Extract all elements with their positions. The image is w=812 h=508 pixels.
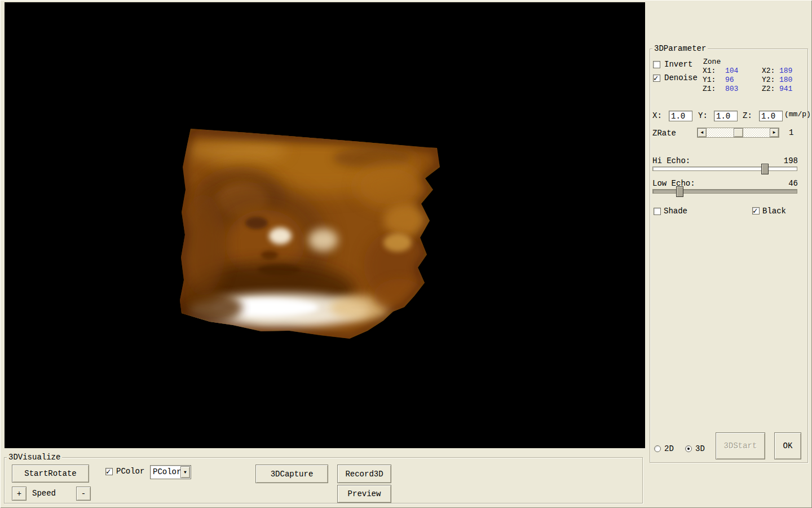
speed-minus-button[interactable]: - (76, 487, 91, 501)
dropdown-arrow-icon[interactable]: ▼ (180, 466, 190, 478)
zrate-scrollbar-thumb[interactable] (734, 128, 743, 137)
x-scale-input[interactable] (669, 111, 692, 121)
zone-x2-label: X2: (762, 67, 775, 76)
mode-3d-label: 3D (695, 444, 705, 453)
x-scale-label: X: (652, 111, 662, 120)
hi-echo-slider-thumb[interactable] (761, 164, 769, 174)
denoise-checkbox[interactable] (653, 75, 660, 82)
zone-z2-value: 941 (779, 85, 792, 94)
zone-z1-label: Z1: (703, 85, 716, 94)
zrate-value: 1 (789, 128, 793, 137)
hi-echo-label: Hi Echo: (652, 156, 690, 165)
speed-label: Speed (32, 489, 56, 498)
3dstart-button[interactable]: 3DStart (716, 432, 765, 459)
render-viewport[interactable] (5, 2, 645, 448)
y-scale-label: Y: (698, 111, 708, 120)
3dcapture-button[interactable]: 3DCapture (255, 465, 328, 483)
zrate-label: ZRate (652, 129, 676, 138)
zrate-scrollbar[interactable]: ◄ ► (697, 128, 779, 138)
pcolor-dropdown[interactable]: PColor ▼ (150, 465, 191, 479)
ok-button[interactable]: OK (774, 432, 801, 459)
denoise-label: Denoise (664, 73, 698, 82)
low-echo-slider-track[interactable] (652, 189, 797, 194)
parameter-panel: 3DParameter Invert Denoise Zone X1: 104 … (646, 0, 812, 508)
low-echo-label: Low Echo: (652, 179, 695, 188)
record3d-button[interactable]: Record3D (337, 465, 391, 483)
zone-title: Zone (703, 58, 721, 67)
mode-2d-radio[interactable] (654, 445, 661, 452)
ultrasound-render (5, 2, 645, 448)
invert-label: Invert (664, 60, 692, 69)
parameter-groupbox: 3DParameter Invert Denoise Zone X1: 104 … (650, 49, 808, 463)
mode-3d-radio[interactable] (685, 445, 692, 452)
z-scale-label: Z: (743, 111, 752, 120)
start-rotate-button[interactable]: StartRotate (12, 465, 89, 483)
preview-button[interactable]: Preview (337, 485, 391, 503)
invert-checkbox[interactable] (653, 61, 660, 68)
speed-plus-button[interactable]: + (12, 487, 27, 501)
zone-x1-label: X1: (703, 67, 716, 76)
black-label: Black (762, 207, 786, 216)
zone-y1-value: 96 (725, 76, 734, 85)
zrate-left-arrow-icon[interactable]: ◄ (698, 128, 707, 137)
low-echo-slider-thumb[interactable] (676, 186, 683, 197)
y-scale-input[interactable] (714, 111, 738, 121)
pcolor-label: PColor (116, 467, 144, 476)
zone-y2-label: Y2: (762, 76, 775, 85)
shade-checkbox[interactable] (654, 208, 661, 215)
zone-x1-value: 104 (725, 67, 738, 76)
pcolor-checkbox[interactable] (105, 468, 113, 475)
z-scale-input[interactable] (759, 111, 783, 121)
shade-label: Shade (664, 207, 687, 216)
zone-z2-label: Z2: (762, 85, 775, 94)
black-checkbox[interactable] (752, 207, 760, 214)
zone-z1-value: 803 (725, 85, 738, 94)
app-window: { "app": { "background_color": "#ece9d8"… (0, 0, 812, 508)
visualize-groupbox: 3DVisualize StartRotate + Speed - PColor… (4, 457, 643, 503)
hi-echo-slider-track[interactable] (652, 167, 797, 171)
zone-y2-value: 180 (779, 76, 792, 85)
zrate-right-arrow-icon[interactable]: ► (770, 128, 779, 137)
parameter-group-title: 3DParameter (652, 44, 708, 53)
zone-y1-label: Y1: (703, 76, 716, 85)
low-echo-value: 46 (788, 179, 798, 188)
zone-x2-value: 189 (779, 67, 792, 76)
scale-unit-label: (mm/p) (784, 110, 811, 119)
visualize-group-title: 3DVisualize (7, 453, 62, 462)
mode-2d-label: 2D (664, 444, 674, 453)
pcolor-dropdown-value: PColor (153, 467, 181, 476)
hi-echo-value: 198 (784, 156, 798, 165)
